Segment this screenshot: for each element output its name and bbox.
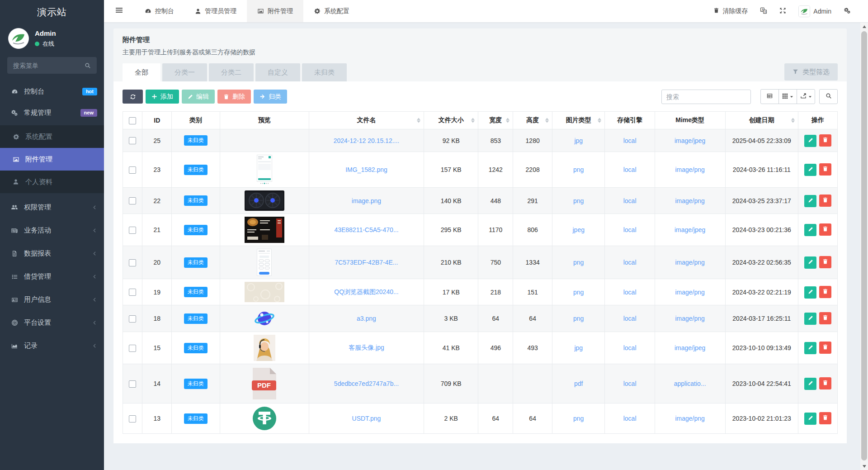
scroll-down-arrow-icon[interactable]: [860, 462, 868, 470]
cell-link[interactable]: USDT.png: [352, 415, 381, 422]
cell-link[interactable]: 7C573EDF-42B7-4E...: [335, 259, 398, 266]
row-checkbox[interactable]: [129, 345, 136, 352]
row-delete-button[interactable]: [819, 223, 831, 236]
column-header-高度[interactable]: 高度: [513, 112, 552, 129]
row-edit-button[interactable]: [804, 413, 816, 425]
cell-link[interactable]: QQ浏览器截图20240...: [334, 288, 398, 295]
sidebar-item-记录[interactable]: 记录: [0, 334, 104, 357]
row-delete-button[interactable]: [819, 195, 831, 207]
cell-link[interactable]: IMG_1582.png: [345, 166, 387, 173]
table-search-input[interactable]: [661, 90, 751, 104]
row-checkbox[interactable]: [129, 315, 136, 323]
sidebar-item-用户信息[interactable]: 用户信息: [0, 288, 104, 311]
preview-image[interactable]: [254, 335, 275, 361]
cell-link[interactable]: png: [573, 289, 584, 296]
scrollbar-thumb[interactable]: [861, 31, 867, 461]
cell-link[interactable]: local: [623, 197, 637, 204]
row-edit-button[interactable]: [804, 224, 816, 236]
row-delete-button[interactable]: [819, 342, 831, 354]
row-delete-button[interactable]: [819, 286, 831, 298]
row-edit-button[interactable]: [804, 342, 816, 354]
cell-link[interactable]: local: [623, 315, 637, 322]
sidebar-item-数据报表[interactable]: 数据报表: [0, 242, 104, 265]
cell-link[interactable]: a3.png: [357, 315, 376, 322]
type-filter-button[interactable]: 类型筛选: [784, 63, 838, 81]
cell-link[interactable]: png: [573, 415, 584, 422]
cell-link[interactable]: local: [623, 166, 637, 173]
row-checkbox[interactable]: [129, 289, 136, 296]
sidebar-item-控制台[interactable]: 控制台hot: [0, 81, 104, 102]
column-header-文件大小[interactable]: 文件大小: [424, 112, 478, 129]
row-checkbox[interactable]: [129, 197, 136, 204]
cell-link[interactable]: 43E88211-C5A5-470...: [334, 226, 398, 233]
brand-title[interactable]: 演示站: [0, 0, 104, 24]
topbar-tab-管理员管理[interactable]: 管理员管理: [184, 0, 247, 22]
sidebar-item-个人资料[interactable]: 个人资料: [0, 171, 104, 193]
language-switch-button[interactable]: Aa: [760, 7, 767, 15]
cell-link[interactable]: image.png: [352, 197, 381, 204]
user-menu[interactable]: Admin: [798, 5, 831, 17]
row-edit-button[interactable]: [804, 256, 816, 269]
cell-link[interactable]: applicatio...: [674, 380, 706, 387]
cell-link[interactable]: image/png: [675, 315, 704, 322]
sidebar-item-业务活动[interactable]: 业务活动: [0, 219, 104, 242]
fullscreen-button[interactable]: [779, 7, 786, 15]
cell-link[interactable]: pdf: [574, 380, 583, 387]
cell-link[interactable]: local: [623, 226, 637, 233]
cell-link[interactable]: png: [573, 315, 584, 322]
cell-link[interactable]: png: [573, 259, 584, 266]
preview-image[interactable]: [254, 308, 275, 329]
sidebar-item-附件管理[interactable]: 附件管理: [0, 148, 104, 171]
columns-toggle-button[interactable]: [778, 89, 797, 104]
menu-search-input[interactable]: [13, 62, 81, 69]
row-delete-button[interactable]: [819, 134, 831, 147]
row-checkbox[interactable]: [129, 137, 136, 144]
cell-link[interactable]: local: [623, 380, 637, 387]
tab-分类一[interactable]: 分类一: [162, 63, 207, 81]
cell-link[interactable]: png: [573, 166, 584, 173]
edit-button[interactable]: 编辑: [182, 90, 215, 104]
column-header-宽度[interactable]: 宽度: [478, 112, 513, 129]
scroll-up-arrow-icon[interactable]: [860, 23, 868, 30]
sidebar-toggle-button[interactable]: [104, 0, 134, 22]
clear-cache-button[interactable]: 清除缓存: [713, 7, 748, 15]
cell-link[interactable]: 2024-12-12 20.15.12....: [334, 137, 400, 144]
sidebar-item-平台设置[interactable]: 平台设置: [0, 311, 104, 334]
refresh-button[interactable]: [123, 90, 143, 104]
cell-link[interactable]: image/png: [675, 415, 704, 422]
tab-自定义[interactable]: 自定义: [255, 63, 300, 81]
row-delete-button[interactable]: [819, 412, 831, 424]
cell-link[interactable]: image/jpeg: [675, 226, 706, 233]
cell-link[interactable]: 5dedbce7ed2747a7b...: [334, 380, 399, 387]
cell-link[interactable]: jpg: [574, 344, 583, 351]
cell-link[interactable]: local: [623, 415, 637, 422]
sidebar-item-系统配置[interactable]: 系统配置: [0, 125, 104, 148]
row-checkbox[interactable]: [129, 259, 136, 266]
search-button[interactable]: [819, 89, 838, 104]
row-delete-button[interactable]: [819, 377, 831, 389]
row-delete-button[interactable]: [819, 312, 831, 324]
cell-link[interactable]: jpg: [574, 137, 583, 144]
preview-image[interactable]: [245, 282, 284, 302]
cell-link[interactable]: local: [623, 259, 637, 266]
tab-未归类[interactable]: 未归类: [302, 63, 347, 81]
row-checkbox[interactable]: [129, 227, 136, 234]
tab-分类二[interactable]: 分类二: [209, 63, 254, 81]
column-header-图片类型[interactable]: 图片类型: [552, 112, 605, 129]
row-edit-button[interactable]: [804, 195, 816, 207]
settings-button[interactable]: [844, 7, 851, 15]
preview-image[interactable]: [245, 190, 284, 211]
classify-button[interactable]: 归类: [254, 90, 287, 104]
preview-image[interactable]: [257, 155, 272, 185]
cell-link[interactable]: image/png: [675, 289, 704, 296]
sidebar-item-权限管理[interactable]: 权限管理: [0, 196, 104, 219]
row-delete-button[interactable]: [819, 163, 831, 176]
sidebar-item-常规管理[interactable]: 常规管理new: [0, 102, 104, 123]
export-button[interactable]: [797, 89, 815, 104]
cell-link[interactable]: png: [573, 197, 584, 204]
preview-image[interactable]: [257, 249, 272, 276]
tab-全部[interactable]: 全部: [123, 63, 160, 81]
cell-link[interactable]: image/png: [675, 259, 704, 266]
cell-link[interactable]: local: [623, 137, 637, 144]
cell-link[interactable]: jpeg: [573, 226, 585, 233]
